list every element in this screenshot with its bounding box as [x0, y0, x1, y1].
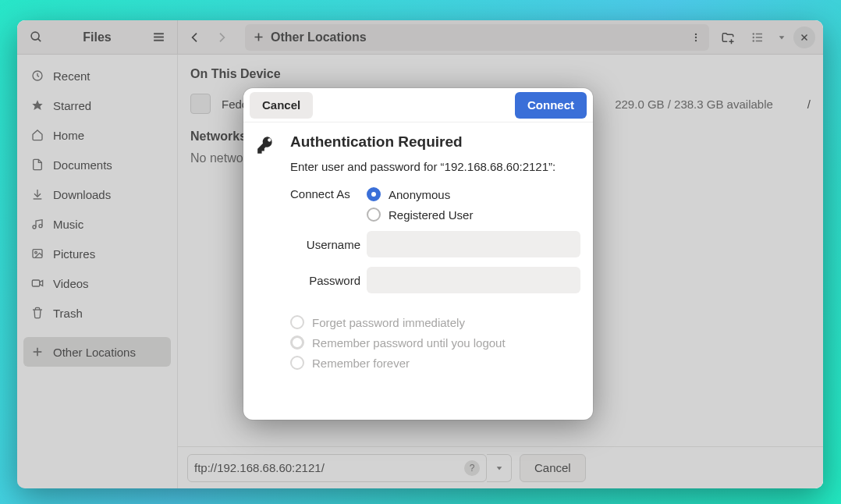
username-input[interactable]: [367, 231, 580, 257]
radio-label: Anonymous: [389, 188, 450, 201]
cancel-button[interactable]: Cancel: [250, 92, 313, 119]
key-icon: [256, 133, 279, 376]
radio-anonymous[interactable]: Anonymous: [367, 187, 473, 201]
radio-label: Remember password until you logout: [312, 336, 506, 350]
radio-label: Forget password immediately: [312, 316, 465, 329]
radio-label: Remember forever: [312, 357, 410, 370]
radio-forget-immediately[interactable]: Forget password immediately: [290, 315, 580, 329]
password-label: Password: [290, 274, 367, 287]
radio-icon: [290, 315, 304, 329]
dialog-subtitle: Enter user and password for “192.168.68.…: [290, 160, 580, 173]
radio-remember-forever[interactable]: Remember forever: [290, 356, 580, 370]
radio-icon: [367, 187, 381, 201]
radio-remember-logout[interactable]: Remember password until you logout: [290, 335, 580, 350]
dialog-header: Cancel Connect: [243, 88, 593, 122]
password-input[interactable]: [367, 267, 580, 293]
radio-registered[interactable]: Registered User: [367, 208, 473, 222]
radio-icon: [290, 335, 304, 350]
username-label: Username: [290, 238, 367, 251]
connect-button[interactable]: Connect: [515, 92, 587, 119]
radio-label: Registered User: [389, 208, 473, 222]
connect-as-label: Connect As: [290, 187, 367, 201]
radio-icon: [290, 356, 304, 370]
auth-dialog: Cancel Connect Authentication Required E…: [243, 88, 593, 420]
radio-icon: [367, 208, 381, 222]
dialog-title: Authentication Required: [290, 133, 580, 151]
